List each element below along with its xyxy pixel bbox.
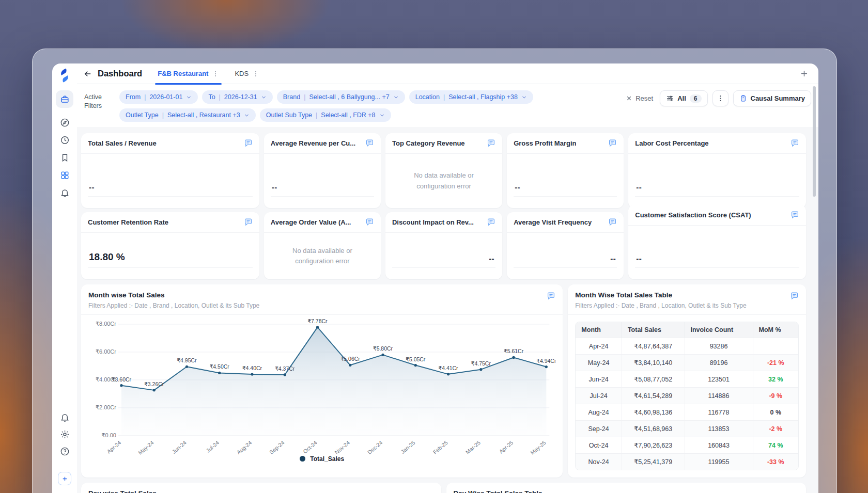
kpi-title: Labor Cost Percentage — [635, 139, 708, 147]
svg-text:Aug-24: Aug-24 — [236, 440, 253, 455]
more-options-button[interactable] — [712, 90, 729, 106]
chip-value: Select-all , Flagship +38 — [448, 93, 518, 101]
back-arrow-icon[interactable] — [83, 69, 92, 78]
chat-icon[interactable] — [547, 292, 555, 300]
chart-title: Day wise Total Sales — [88, 489, 434, 493]
tab-fnb-restaurant[interactable]: F&B Restaurant — [158, 63, 219, 84]
filter-chips: From|2026-01-01To|2026-12-31Brand|Select… — [114, 89, 618, 122]
chip-value: Select-all , FDR +8 — [321, 112, 375, 119]
svg-text:₹7.78Cr: ₹7.78Cr — [307, 319, 328, 324]
cell-invoice-count: 116778 — [685, 404, 753, 420]
chip-name: Outlet Sub Type — [266, 112, 312, 119]
notifications-bell-icon[interactable] — [60, 188, 70, 198]
svg-text:₹3.60Cr: ₹3.60Cr — [112, 377, 132, 383]
cell-total-sales: ₹5,08,77,052 — [622, 371, 685, 387]
chevron-down-icon — [261, 94, 267, 100]
cell-total-sales: ₹4,61,54,289 — [622, 387, 685, 404]
tab-label: F&B Restaurant — [158, 70, 208, 77]
page-title: Dashboard — [98, 69, 142, 78]
add-tab-icon[interactable] — [799, 69, 809, 78]
filter-chip-brand[interactable]: Brand|Select-all , 6 Ballygung... +7 — [277, 90, 405, 104]
divider — [635, 267, 799, 268]
tab-menu-dots-icon[interactable] — [252, 70, 259, 77]
kpi-card-gross-profit-margin: Gross Profit Margin -- — [507, 133, 624, 208]
chat-icon[interactable] — [244, 139, 253, 148]
header: Dashboard F&B Restaurant KDS — [77, 63, 818, 84]
kpi-value: -- — [636, 183, 642, 192]
filter-chip-location[interactable]: Location|Select-all , Flagship +38 — [409, 90, 533, 104]
no-data-message: No data available orconfiguration error — [264, 233, 381, 279]
reset-filters-button[interactable]: Reset — [624, 90, 655, 106]
chat-icon[interactable] — [608, 139, 617, 148]
cell-invoice-count: 123501 — [685, 371, 753, 387]
explore-icon[interactable] — [60, 118, 70, 128]
chip-separator: | — [304, 93, 305, 101]
cell-month: Apr-24 — [576, 338, 622, 354]
tab-kds[interactable]: KDS — [235, 63, 259, 84]
month-sales-table: MonthTotal SalesInvoice CountMoM % Apr-2… — [575, 322, 799, 470]
clipboard-icon — [739, 94, 747, 102]
kpi-card-average-order-value: Average Order Value (A... No data availa… — [264, 212, 381, 279]
svg-text:₹4.75Cr: ₹4.75Cr — [471, 361, 491, 367]
filter-chip-to[interactable]: To|2026-12-31 — [202, 90, 272, 104]
causal-summary-button[interactable]: Causal Summary — [733, 90, 812, 106]
bottom-row: Day wise Total Sales Day Wise Total Sale… — [81, 483, 806, 493]
legend-dot — [300, 456, 305, 462]
chat-icon[interactable] — [365, 218, 374, 227]
kpi-title: Gross Profit Margin — [514, 139, 576, 147]
cell-total-sales: ₹4,60,98,136 — [622, 404, 685, 420]
filter-chip-outlet-type[interactable]: Outlet Type|Select-all , Restaurant +3 — [119, 108, 256, 122]
svg-text:Jan-25: Jan-25 — [400, 440, 416, 455]
cell-total-sales: ₹5,25,41,379 — [622, 453, 685, 470]
cell-total-sales: ₹4,87,64,387 — [622, 338, 685, 354]
chat-icon[interactable] — [365, 139, 374, 148]
kpi-title: Customer Retention Rate — [88, 218, 168, 226]
history-clock-icon[interactable] — [60, 135, 70, 145]
filters-count-badge: 6 — [690, 94, 702, 103]
chip-value: 2026-01-01 — [149, 93, 182, 101]
cell-invoice-count: 93286 — [685, 338, 753, 354]
sidebar-item-dashboard[interactable] — [56, 90, 73, 108]
chat-icon[interactable] — [244, 218, 253, 227]
month-sales-line-chart: ₹8.00Cr₹6.00Cr₹4.00Cr₹2.00Cr₹0.00₹3.60Cr… — [88, 316, 555, 471]
svg-text:₹5.05Cr: ₹5.05Cr — [406, 357, 426, 362]
divider — [271, 196, 374, 197]
svg-text:₹4.37Cr: ₹4.37Cr — [275, 366, 295, 372]
apps-grid-icon[interactable] — [60, 170, 70, 180]
tab-menu-dots-icon[interactable] — [212, 70, 219, 77]
all-filters-button[interactable]: All 6 — [660, 90, 707, 106]
add-widget-button[interactable] — [58, 472, 71, 485]
kpi-value: -- — [272, 183, 277, 192]
svg-text:May-24: May-24 — [137, 440, 155, 456]
svg-text:Sep-24: Sep-24 — [269, 440, 286, 455]
svg-text:Mar-25: Mar-25 — [465, 440, 482, 455]
svg-text:Nov-24: Nov-24 — [334, 440, 351, 455]
help-icon[interactable] — [60, 447, 70, 456]
scrollbar-thumb[interactable] — [813, 86, 816, 197]
table-row: Jul-24₹4,61,54,289114886-9 % — [576, 387, 798, 404]
filter-chip-from[interactable]: From|2026-01-01 — [119, 90, 198, 104]
dashboard-app: Dashboard F&B Restaurant KDS ActiveFilte… — [52, 63, 818, 493]
filter-chip-outlet-sub-type[interactable]: Outlet Sub Type|Select-all , FDR +8 — [260, 108, 391, 122]
chip-separator: | — [219, 93, 221, 101]
cell-mom-percent: 0 % — [753, 404, 798, 420]
kpi-card-discount-impact: Discount Impact on Rev... -- — [385, 212, 502, 279]
settings-gear-icon[interactable] — [60, 430, 70, 439]
cell-month: Jul-24 — [576, 387, 622, 404]
svg-text:Apr-24: Apr-24 — [106, 440, 122, 455]
chat-icon[interactable] — [791, 211, 799, 219]
chat-icon[interactable] — [608, 218, 617, 227]
alerts-bell-icon[interactable] — [60, 412, 70, 422]
chat-icon[interactable] — [790, 292, 799, 300]
kebab-menu-icon — [717, 94, 724, 102]
legend-label: Total_Sales — [310, 455, 344, 463]
chat-icon[interactable] — [487, 139, 495, 148]
chat-icon[interactable] — [791, 139, 799, 148]
bookmark-icon[interactable] — [60, 153, 70, 163]
chat-icon[interactable] — [487, 218, 495, 227]
kpi-title: Average Visit Frequency — [514, 218, 592, 226]
cell-month: Oct-24 — [576, 437, 622, 453]
svg-text:₹4.94Cr: ₹4.94Cr — [536, 358, 555, 364]
table-row: Sep-24₹4,51,68,963113853-2 % — [576, 420, 798, 437]
svg-text:Feb-25: Feb-25 — [432, 440, 449, 455]
